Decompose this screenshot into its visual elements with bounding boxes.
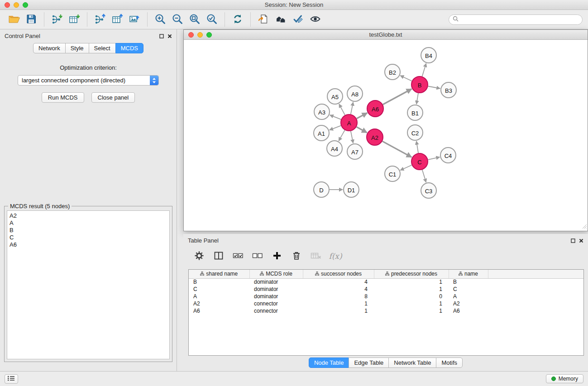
graph-edge-A-A1[interactable] <box>330 126 341 130</box>
graph-edge-A-A3[interactable] <box>330 115 341 119</box>
table-cell[interactable]: A <box>189 293 249 300</box>
graph-node-C3[interactable]: C3 <box>421 183 436 198</box>
table-cell[interactable]: A6 <box>189 307 249 315</box>
search-input[interactable] <box>461 16 578 23</box>
table-cell[interactable]: 1 <box>374 278 449 286</box>
graph-node-D1[interactable]: D1 <box>344 182 359 197</box>
network-window-titlebar[interactable]: testGlobe.txt <box>184 30 588 40</box>
graph-node-A4[interactable]: A4 <box>327 141 342 156</box>
graph-node-A6[interactable]: A6 <box>367 100 383 117</box>
tab-select[interactable]: Select <box>89 43 116 53</box>
graph-node-C2[interactable]: C2 <box>407 125 423 140</box>
graph-node-B1[interactable]: B1 <box>407 105 423 120</box>
table-cell[interactable]: A2 <box>189 300 249 307</box>
validate-button[interactable] <box>290 12 306 27</box>
table-cell[interactable]: C <box>189 286 249 293</box>
table-cell[interactable]: 1 <box>374 307 449 315</box>
tab-edge-table[interactable]: Edge Table <box>349 357 389 368</box>
mcds-result-item[interactable]: A2 <box>10 212 167 219</box>
float-panel-icon[interactable] <box>159 33 164 40</box>
table-cell[interactable]: 4 <box>303 286 374 293</box>
table-cell[interactable]: B <box>189 278 249 286</box>
column-header-predecessor-nodes[interactable]: predecessor nodes <box>374 270 449 278</box>
tab-style[interactable]: Style <box>65 43 89 53</box>
graph-edge-A-A6[interactable] <box>357 113 368 119</box>
table-cell[interactable]: connector <box>249 307 303 315</box>
tab-network[interactable]: Network <box>33 43 66 53</box>
table-cell[interactable]: A <box>449 293 488 300</box>
network-close-button[interactable] <box>188 32 194 38</box>
graph-edge-A-A4[interactable] <box>339 130 344 141</box>
delete-table-button[interactable] <box>310 250 322 262</box>
graph-node-A5[interactable]: A5 <box>327 89 343 104</box>
graph-node-C[interactable]: C <box>411 153 428 170</box>
export-table-button[interactable] <box>110 12 125 27</box>
open-session-button[interactable] <box>6 12 22 27</box>
graph-edge-C-C3[interactable] <box>422 170 426 182</box>
mcds-result-item[interactable]: B <box>10 227 167 234</box>
table-row-C[interactable]: Cdominator41C <box>189 286 583 293</box>
table-cell[interactable]: 1 <box>303 307 374 315</box>
table-row-B[interactable]: Bdominator41B <box>189 278 583 286</box>
graph-edge-B-B2[interactable] <box>400 76 412 81</box>
task-history-button[interactable] <box>5 374 18 384</box>
close-panel-button[interactable]: Close panel <box>91 92 135 103</box>
show-columns-button[interactable] <box>213 250 225 262</box>
graph-node-C4[interactable]: C4 <box>440 148 456 163</box>
graph-edge-B-B3[interactable] <box>428 86 440 89</box>
import-table-button[interactable] <box>67 12 82 27</box>
network-zoom-button[interactable] <box>206 32 212 38</box>
close-panel-icon[interactable] <box>167 33 172 40</box>
node-table[interactable]: shared nameMCDS rolesuccessor nodesprede… <box>188 269 584 356</box>
table-cell[interactable]: dominator <box>249 286 303 293</box>
network-view-window[interactable]: testGlobe.txt B4B2BB3A5A8A6A3B1AA1C2A2A4… <box>183 29 588 231</box>
table-row-A6[interactable]: A6connector11A6 <box>189 307 583 315</box>
add-column-button[interactable] <box>271 250 283 262</box>
graph-node-C1[interactable]: C1 <box>385 166 400 181</box>
close-window-button[interactable] <box>5 2 10 8</box>
table-cell[interactable]: connector <box>249 300 303 307</box>
graph-edge-B-B1[interactable] <box>416 93 418 104</box>
mcds-result-item[interactable]: C <box>10 234 167 241</box>
graph-edge-C-C4[interactable] <box>428 157 440 160</box>
float-panel-icon[interactable] <box>571 238 575 244</box>
network-canvas[interactable]: B4B2BB3A5A8A6A3B1AA1C2A2A4A7C4CC1C3DD1 <box>184 40 588 231</box>
graph-node-B2[interactable]: B2 <box>385 64 400 80</box>
zoom-window-button[interactable] <box>23 2 28 8</box>
table-cell[interactable]: 0 <box>374 293 449 300</box>
column-header-shared-name[interactable]: shared name <box>189 270 249 278</box>
mcds-result-list[interactable]: A2ABCA6 <box>7 210 170 359</box>
export-image-button[interactable] <box>127 12 142 27</box>
zoom-fit-button[interactable] <box>187 12 202 27</box>
graph-node-A8[interactable]: A8 <box>347 86 363 101</box>
table-cell[interactable]: C <box>449 286 488 293</box>
table-cell[interactable]: 1 <box>374 286 449 293</box>
table-cell[interactable]: A6 <box>449 307 488 315</box>
refresh-view-button[interactable] <box>230 12 245 27</box>
minimize-window-button[interactable] <box>14 2 19 8</box>
deselect-all-button[interactable] <box>252 250 263 262</box>
graph-edge-A-A7[interactable] <box>351 131 353 143</box>
graph-node-B4[interactable]: B4 <box>421 48 436 63</box>
table-cell[interactable]: 8 <box>303 293 374 300</box>
zoom-out-button[interactable] <box>170 12 185 27</box>
export-network-button[interactable] <box>92 12 108 27</box>
window-titlebar[interactable]: Session: New Session <box>0 0 588 10</box>
tab-mcds[interactable]: MCDS <box>115 43 143 53</box>
table-row-A[interactable]: Adominator80A <box>189 293 583 300</box>
graph-node-B[interactable]: B <box>411 76 428 93</box>
column-header-successor-nodes[interactable]: successor nodes <box>303 270 374 278</box>
zoom-selected-button[interactable] <box>204 12 220 27</box>
search-field[interactable] <box>449 14 583 25</box>
graph-node-D[interactable]: D <box>314 182 329 197</box>
graph-node-A1[interactable]: A1 <box>314 125 329 141</box>
graph-edge-A2-C[interactable] <box>382 141 412 157</box>
resize-grip-icon[interactable] <box>582 224 587 230</box>
graph-edge-A-A8[interactable] <box>351 102 353 114</box>
graph-node-A7[interactable]: A7 <box>347 144 363 159</box>
tab-motifs[interactable]: Motifs <box>436 357 463 368</box>
table-settings-button[interactable] <box>193 250 205 262</box>
save-session-button[interactable] <box>24 12 39 27</box>
graph-edge-C-C2[interactable] <box>416 141 418 153</box>
tab-node-table[interactable]: Node Table <box>309 357 349 368</box>
